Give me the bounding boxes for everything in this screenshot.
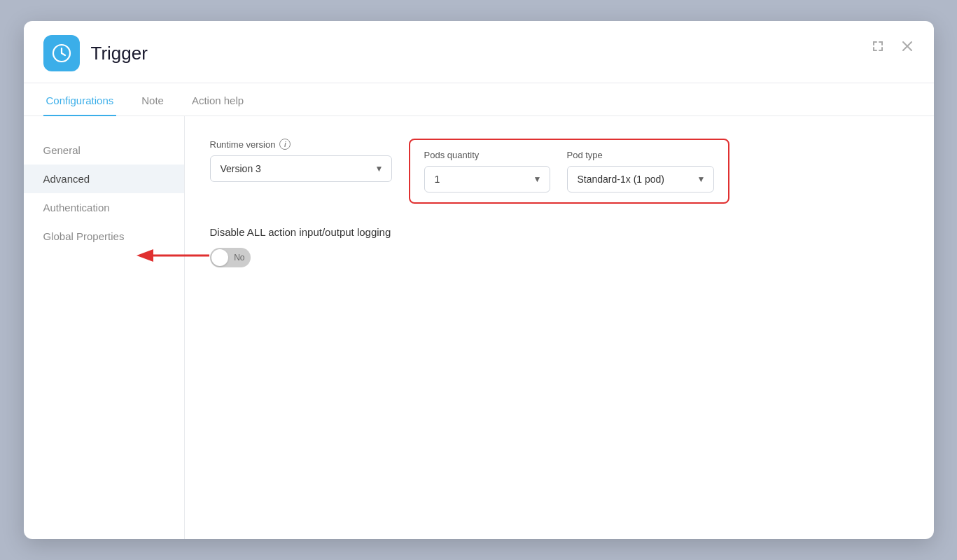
runtime-version-label: Runtime version i <box>210 139 392 150</box>
pods-quantity-label: Pods quantity <box>424 150 550 160</box>
svg-line-2 <box>62 53 65 55</box>
pod-type-select[interactable]: Standard-1x (1 pod) Standard-2x (2 pods)… <box>567 166 714 192</box>
expand-button[interactable] <box>868 36 888 56</box>
pods-quantity-select[interactable]: 1 2 3 4 5 <box>424 166 550 192</box>
content-area: Runtime version i Version 3 Version 1 Ve… <box>185 116 934 539</box>
pods-quantity-select-wrapper: 1 2 3 4 5 ▼ <box>424 166 550 192</box>
svg-rect-6 <box>881 41 883 46</box>
modal-dialog: Trigger <box>24 21 934 539</box>
svg-rect-10 <box>881 47 883 51</box>
clock-icon <box>52 43 71 63</box>
app-icon <box>43 35 80 71</box>
close-icon <box>900 39 914 53</box>
toggle-knob <box>211 249 228 266</box>
tab-configurations[interactable]: Configurations <box>43 83 117 116</box>
fields-row: Runtime version i Version 3 Version 1 Ve… <box>210 139 909 204</box>
sidebar: General Advanced Authentication Global P… <box>24 116 185 539</box>
logging-section: Disable ALL action input/output logging … <box>210 226 909 267</box>
toggle-wrapper: No <box>210 248 909 267</box>
tabs-row: Configurations Note Action help <box>24 83 934 116</box>
tab-action-help[interactable]: Action help <box>189 83 246 116</box>
sidebar-item-global-properties[interactable]: Global Properties <box>24 222 184 251</box>
runtime-version-group: Runtime version i Version 3 Version 1 Ve… <box>210 139 392 182</box>
close-button[interactable] <box>897 36 917 56</box>
svg-rect-8 <box>873 47 874 51</box>
modal-title: Trigger <box>91 43 148 64</box>
runtime-version-select-wrapper: Version 3 Version 1 Version 2 Version 4 … <box>210 155 392 182</box>
sidebar-item-authentication[interactable]: Authentication <box>24 193 184 222</box>
toggle-no-label: No <box>234 253 244 262</box>
pod-type-select-wrapper: Standard-1x (1 pod) Standard-2x (2 pods)… <box>567 166 714 192</box>
pods-quantity-group: Pods quantity 1 2 3 4 5 ▼ <box>424 150 550 192</box>
expand-icon <box>871 39 885 53</box>
pods-box: Pods quantity 1 2 3 4 5 ▼ <box>409 139 729 204</box>
modal-body: General Advanced Authentication Global P… <box>24 116 934 539</box>
sidebar-item-advanced[interactable]: Advanced <box>24 164 184 193</box>
runtime-info-icon[interactable]: i <box>279 139 291 150</box>
modal-header: Trigger <box>24 21 934 83</box>
runtime-version-select[interactable]: Version 3 Version 1 Version 2 Version 4 <box>210 155 392 182</box>
pod-type-group: Pod type Standard-1x (1 pod) Standard-2x… <box>567 150 714 192</box>
tab-note[interactable]: Note <box>139 83 167 116</box>
svg-rect-4 <box>873 41 874 46</box>
logging-toggle[interactable]: No <box>210 248 251 267</box>
pod-type-label: Pod type <box>567 150 714 160</box>
sidebar-item-general[interactable]: General <box>24 136 184 164</box>
logging-label: Disable ALL action input/output logging <box>210 226 909 238</box>
header-actions <box>868 36 917 56</box>
